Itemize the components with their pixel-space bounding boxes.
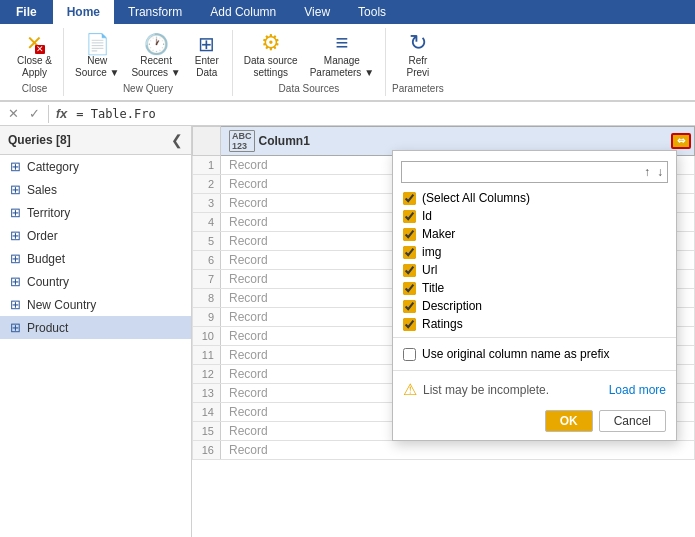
- dropdown-item-description[interactable]: Description: [393, 297, 676, 315]
- sidebar-item-label-order: Order: [27, 229, 58, 243]
- table-icon-cattegory: ⊞: [10, 159, 21, 174]
- sidebar-item-product[interactable]: ⊞ Product: [0, 316, 191, 339]
- column-filter-dropdown: ↑ ↓ (Select All Columns) Id Maker img: [392, 150, 677, 441]
- refresh-preview-icon: ↻: [409, 32, 427, 54]
- row-num-header: [193, 127, 221, 156]
- tab-view[interactable]: View: [290, 0, 344, 24]
- parameters-group-label: Parameters: [392, 83, 444, 94]
- ok-button[interactable]: OK: [545, 410, 593, 432]
- checkbox-id[interactable]: [403, 210, 416, 223]
- sidebar-item-label-new-country: New Country: [27, 298, 96, 312]
- sidebar-header: Queries [8] ❮: [0, 126, 191, 155]
- row-value: Record: [221, 441, 695, 460]
- dropdown-actions: OK Cancel: [393, 404, 676, 434]
- dropdown-item-img[interactable]: img: [393, 243, 676, 261]
- tab-tools[interactable]: Tools: [344, 0, 400, 24]
- refresh-preview-label: RefrPrevi: [407, 55, 430, 79]
- row-number: 11: [193, 346, 221, 365]
- sort-asc-icon[interactable]: ↑: [641, 164, 653, 180]
- row-number: 10: [193, 327, 221, 346]
- table-icon-product: ⊞: [10, 320, 21, 335]
- row-number: 13: [193, 384, 221, 403]
- data-source-settings-label: Data sourcesettings: [244, 55, 298, 79]
- table-icon-territory: ⊞: [10, 205, 21, 220]
- tab-file[interactable]: File: [0, 0, 53, 24]
- sidebar-item-label-sales: Sales: [27, 183, 57, 197]
- checkbox-select-all[interactable]: [403, 192, 416, 205]
- formula-confirm-icon[interactable]: ✓: [25, 104, 44, 123]
- dropdown-item-select-all[interactable]: (Select All Columns): [393, 189, 676, 207]
- row-number: 7: [193, 270, 221, 289]
- manage-parameters-button[interactable]: ≡ ManageParameters ▼: [305, 30, 379, 81]
- sidebar-item-sales[interactable]: ⊞ Sales: [0, 178, 191, 201]
- sidebar-item-cattegory[interactable]: ⊞ Cattegory: [0, 155, 191, 178]
- new-query-group-label: New Query: [123, 83, 173, 94]
- checkbox-title[interactable]: [403, 282, 416, 295]
- dropdown-search-box: ↑ ↓: [401, 161, 668, 183]
- dropdown-item-label-title: Title: [422, 281, 444, 295]
- sidebar-title: Queries [8]: [8, 133, 71, 147]
- tab-add-column[interactable]: Add Column: [196, 0, 290, 24]
- dropdown-search-input[interactable]: [402, 162, 640, 182]
- checkbox-ratings[interactable]: [403, 318, 416, 331]
- table-row: 16Record: [193, 441, 695, 460]
- warning-text: List may be incomplete.: [423, 383, 549, 397]
- sidebar-item-budget[interactable]: ⊞ Budget: [0, 247, 191, 270]
- queries-sidebar: Queries [8] ❮ ⊞ Cattegory ⊞ Sales ⊞ Terr…: [0, 126, 192, 537]
- close-apply-button[interactable]: ✕✕ Close & Apply: [12, 30, 57, 81]
- dropdown-item-label-url: Url: [422, 263, 437, 277]
- tab-home[interactable]: Home: [53, 0, 114, 24]
- data-sources-group-label: Data Sources: [279, 83, 340, 94]
- warning-icon: ⚠: [403, 380, 417, 399]
- ribbon-group-parameters: ↻ RefrPrevi Parameters: [386, 28, 450, 96]
- dropdown-divider: [393, 337, 676, 338]
- ribbon-group-new-query: 📄 NewSource ▼ 🕐 RecentSources ▼ ⊞ EnterD…: [64, 30, 233, 96]
- enter-data-icon: ⊞: [198, 34, 215, 54]
- sidebar-item-label-budget: Budget: [27, 252, 65, 266]
- dropdown-item-maker[interactable]: Maker: [393, 225, 676, 243]
- refresh-preview-button[interactable]: ↻ RefrPrevi: [399, 30, 437, 81]
- ribbon-group-close: ✕✕ Close & Apply Close: [6, 28, 64, 96]
- row-number: 8: [193, 289, 221, 308]
- dropdown-item-label-id: Id: [422, 209, 432, 223]
- dropdown-item-label-ratings: Ratings: [422, 317, 463, 331]
- dropdown-item-label-description: Description: [422, 299, 482, 313]
- dropdown-item-url[interactable]: Url: [393, 261, 676, 279]
- checkbox-url[interactable]: [403, 264, 416, 277]
- sidebar-collapse-button[interactable]: ❮: [171, 132, 183, 148]
- sidebar-item-new-country[interactable]: ⊞ New Country: [0, 293, 191, 316]
- cancel-button[interactable]: Cancel: [599, 410, 666, 432]
- checkbox-description[interactable]: [403, 300, 416, 313]
- sidebar-item-country[interactable]: ⊞ Country: [0, 270, 191, 293]
- dropdown-item-ratings[interactable]: Ratings: [393, 315, 676, 333]
- data-source-settings-button[interactable]: ⚙ Data sourcesettings: [239, 30, 303, 81]
- enter-data-button[interactable]: ⊞ EnterData: [188, 32, 226, 81]
- dropdown-item-id[interactable]: Id: [393, 207, 676, 225]
- col-type-badge: ABC123: [229, 130, 255, 152]
- formula-cancel-icon[interactable]: ✕: [4, 104, 23, 123]
- dropdown-prefix-option[interactable]: Use original column name as prefix: [393, 342, 676, 366]
- new-source-icon: 📄: [85, 34, 110, 54]
- checkbox-maker[interactable]: [403, 228, 416, 241]
- enter-data-label: EnterData: [195, 55, 219, 79]
- recent-sources-button[interactable]: 🕐 RecentSources ▼: [126, 32, 185, 81]
- new-source-button[interactable]: 📄 NewSource ▼: [70, 32, 124, 81]
- table-icon-country: ⊞: [10, 274, 21, 289]
- formula-text[interactable]: = Table.Fro: [72, 106, 691, 122]
- sidebar-item-order[interactable]: ⊞ Order: [0, 224, 191, 247]
- row-number: 14: [193, 403, 221, 422]
- sort-desc-icon[interactable]: ↓: [654, 164, 666, 180]
- row-number: 12: [193, 365, 221, 384]
- dropdown-item-title[interactable]: Title: [393, 279, 676, 297]
- ribbon-group-data-sources: ⚙ Data sourcesettings ≡ ManageParameters…: [233, 28, 386, 96]
- tab-transform[interactable]: Transform: [114, 0, 196, 24]
- checkbox-img[interactable]: [403, 246, 416, 259]
- checkbox-prefix[interactable]: [403, 348, 416, 361]
- row-number: 4: [193, 213, 221, 232]
- dropdown-divider2: [393, 370, 676, 371]
- load-more-link[interactable]: Load more: [609, 383, 666, 397]
- sidebar-item-territory[interactable]: ⊞ Territory: [0, 201, 191, 224]
- row-number: 2: [193, 175, 221, 194]
- column-expand-button[interactable]: ⇔: [671, 133, 691, 149]
- table-icon-budget: ⊞: [10, 251, 21, 266]
